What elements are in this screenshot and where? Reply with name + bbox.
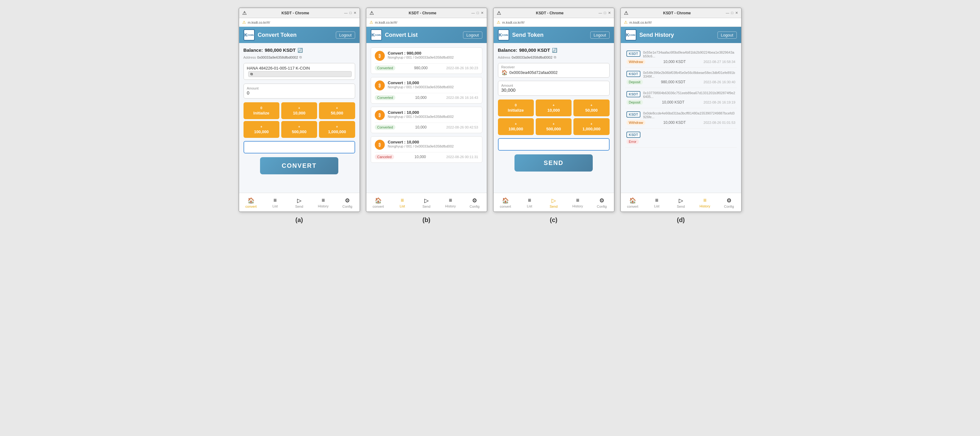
nav-config-icon-b: ⚙: [472, 197, 477, 204]
amount-group-a[interactable]: Amount: [243, 84, 355, 99]
btc-icon-3: ₿: [375, 140, 385, 150]
add-500k-btn-a[interactable]: + 500,000: [281, 121, 317, 138]
app-header-b: K COIN Convert List Logout: [366, 27, 487, 43]
nav-send-d[interactable]: ▷ Send: [669, 197, 693, 208]
receiver-value-c: 0x0003ea405d72afaa0002: [509, 70, 558, 75]
addr-value-c: 0x00033a9e6358dfbd0002: [512, 56, 552, 59]
nav-send-a[interactable]: ▷ Send: [287, 197, 311, 208]
app-content-d: KSDT 0x55e1e734aafac6f0bd9ea4b81bb2b9022…: [621, 43, 741, 193]
nav-convert-b[interactable]: 🏠 convert: [366, 197, 390, 208]
nav-config-c[interactable]: ⚙ Config: [590, 197, 614, 208]
refresh-icon-a[interactable]: 🔄: [298, 48, 303, 53]
addr-value-a: 0x00033a9e6358dfbd0002: [257, 56, 298, 59]
nav-config-label-c: Config: [597, 205, 607, 208]
win-controls-d[interactable]: — □ ✕: [726, 11, 738, 15]
nav-send-icon-a: ▷: [297, 197, 302, 204]
nav-config-a[interactable]: ⚙ Config: [335, 197, 359, 208]
nav-send-b[interactable]: ▷ Send: [414, 197, 438, 208]
nav-list-c[interactable]: ≡ List: [518, 197, 542, 208]
add-500k-btn-c[interactable]: + 500,000: [536, 118, 571, 135]
add-100k-btn-c[interactable]: + 100,000: [498, 118, 534, 135]
copy-bank-btn-a[interactable]: ⧉: [248, 71, 352, 77]
receiver-group-c: Receiver 🏠 0x0003ea405d72afaa0002: [498, 63, 609, 78]
copy-addr-icon-c[interactable]: ⧉: [554, 55, 556, 59]
add-10k-btn-a[interactable]: + 10,000: [281, 102, 317, 119]
warn-icon-b: ⚠: [369, 10, 374, 16]
copy-addr-icon-a[interactable]: ⧉: [299, 55, 302, 59]
app-content-b: ₿ Convert : 980,000 Nonghyup / 001 / 0x0…: [366, 43, 487, 193]
add-50k-btn-c[interactable]: + 50,000: [573, 99, 609, 116]
win-controls-a[interactable]: — □ ✕: [344, 11, 356, 15]
titlebar-c: ⚠ KSDT - Chrome — □ ✕: [493, 8, 614, 18]
warn-icon-d: ⚠: [624, 10, 628, 16]
add-100k-btn-a[interactable]: + 100,000: [243, 121, 279, 138]
nav-config-d[interactable]: ⚙ Config: [717, 197, 741, 208]
convert-btn-a[interactable]: CONVERT: [260, 157, 338, 174]
win-controls-c[interactable]: — □ ✕: [599, 11, 611, 15]
bank-input-group-a: HANA 484226-01-005-117 K-COIN ⧉: [243, 63, 355, 80]
history-item-1-top: KSDT 0x54fe396e2b06bf03fb45e0e56c8bbeae5…: [627, 71, 735, 78]
add-1m-btn-a[interactable]: + 1,000,000: [319, 121, 355, 138]
logout-btn-c[interactable]: Logout: [590, 32, 609, 39]
history-date-1: 2022-08-26 16:30:40: [703, 80, 735, 84]
browser-window-a: ⚠ KSDT - Chrome — □ ✕ ⚠ m.ksdt.co.kr/#/ …: [239, 8, 360, 212]
security-icon-b: ⚠: [369, 20, 373, 25]
receiver-label-c: Receiver: [501, 65, 606, 69]
nav-convert-d[interactable]: 🏠 convert: [621, 197, 645, 208]
nav-config-icon-a: ⚙: [345, 197, 350, 204]
win-controls-b[interactable]: — □ ✕: [471, 11, 484, 15]
refresh-icon-c[interactable]: 🔄: [552, 48, 557, 53]
nav-send-label-c: Send: [550, 205, 558, 208]
send-btn-c[interactable]: SEND: [514, 154, 593, 172]
init-btn-a[interactable]: 0 Initialize: [243, 102, 279, 119]
custom-input-c[interactable]: [498, 138, 609, 151]
nav-convert-c[interactable]: 🏠 convert: [493, 197, 518, 208]
amount-input-c[interactable]: [501, 88, 606, 92]
nav-list-d[interactable]: ≡ List: [645, 197, 669, 208]
history-type-1: Deposit: [627, 80, 643, 84]
nav-config-label-d: Config: [724, 205, 734, 208]
history-item-4: KSDT Error: [625, 129, 737, 148]
logout-btn-b[interactable]: Logout: [463, 32, 482, 39]
history-date-3: 2022-08-26 01:01:53: [703, 121, 735, 124]
bottom-nav-a: 🏠 convert ≡ List ▷ Send ≡ History ⚙ Conf…: [239, 193, 360, 212]
ksdt-badge-4: KSDT: [627, 132, 641, 138]
init-btn-c[interactable]: 0 Initialize: [498, 99, 534, 116]
list-bank-2: Nonghyup / 001 / 0x00033a9e6358dfbd002: [388, 115, 478, 119]
nav-list-b[interactable]: ≡ List: [390, 197, 414, 208]
logout-btn-a[interactable]: Logout: [336, 32, 355, 39]
browser-window-c: ⚠ KSDT - Chrome — □ ✕ ⚠ m.ksdt.co.kr/#/ …: [493, 8, 614, 212]
add-1m-btn-c[interactable]: + 1,000,000: [573, 118, 609, 135]
history-item-3: KSDT 0x0de8ccde4e66bd31ba3bcff81480a1553…: [625, 108, 737, 129]
url-b: m.ksdt.co.kr/#/: [375, 21, 398, 24]
browser-title-b: KSDT - Chrome: [376, 11, 469, 15]
btc-icon-1: ₿: [375, 80, 385, 91]
nav-history-b[interactable]: ≡ History: [438, 197, 462, 208]
amount-group-c[interactable]: Amount: [498, 81, 609, 96]
nav-list-a[interactable]: ≡ List: [263, 197, 287, 208]
nav-convert-a[interactable]: 🏠 convert: [239, 197, 263, 208]
panel-d-wrapper: ⚠ KSDT - Chrome — □ ✕ ⚠ m.ksdt.co.kr/#/ …: [620, 8, 742, 224]
list-item-0-info: Convert : 980,000 Nonghyup / 001 / 0x000…: [388, 51, 478, 59]
add-10k-btn-c[interactable]: + 10,000: [536, 99, 571, 116]
nav-history-a[interactable]: ≡ History: [311, 197, 335, 208]
nav-list-icon-a: ≡: [274, 197, 277, 204]
history-amount-0: 10,000 KSDT: [663, 60, 686, 64]
nav-history-c[interactable]: ≡ History: [566, 197, 590, 208]
nav-config-icon-c: ⚙: [599, 197, 604, 204]
nav-history-d[interactable]: ≡ History: [693, 197, 717, 208]
balance-row-c: Balance: 980,000 KSDT 🔄: [498, 48, 609, 53]
logout-btn-d[interactable]: Logout: [718, 32, 737, 39]
nav-history-label-c: History: [573, 204, 583, 208]
list-convert-3: Convert : 10,000: [388, 140, 478, 145]
panel-label-d: (d): [677, 216, 685, 224]
add-50k-btn-a[interactable]: + 50,000: [319, 102, 355, 119]
browser-title-a: KSDT - Chrome: [249, 11, 342, 15]
warn-icon-c: ⚠: [497, 10, 501, 16]
nav-send-c[interactable]: ▷ Send: [542, 197, 566, 208]
nav-history-label-a: History: [318, 204, 329, 208]
nav-config-b[interactable]: ⚙ Config: [462, 197, 487, 208]
amount-3: 10,000: [414, 155, 426, 159]
amount-input-a[interactable]: [247, 90, 352, 95]
custom-input-a[interactable]: [243, 141, 355, 153]
